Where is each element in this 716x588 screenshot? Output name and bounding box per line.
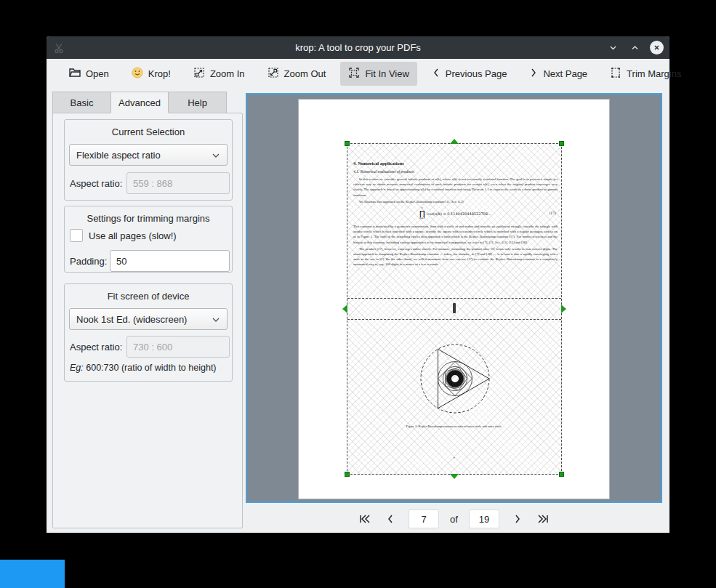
smiley-icon (132, 67, 143, 81)
next-page-nav-button chevron-right-icon[interactable] (510, 511, 525, 527)
page-navigation: of (246, 509, 662, 529)
zoom-in-icon (193, 67, 205, 81)
aspect-ratio-dropdown[interactable]: Flexible aspect ratio (69, 144, 228, 166)
trim-margins-button[interactable]: Trim Margins (602, 62, 689, 86)
current-page-input[interactable] (409, 510, 439, 528)
app-window: krop: A tool to crop your PDFs (47, 36, 669, 533)
device-aspect-label: Aspect ratio: (70, 342, 122, 353)
trim-settings-group: Settings for trimming margins Use all pa… (64, 206, 233, 273)
fit-device-group: Fit screen of device Nook 1st Ed. (wides… (64, 283, 233, 382)
fit-in-view-label: Fit In View (365, 68, 409, 79)
example-text: 600:730 (ratio of width to height) (84, 363, 217, 373)
group-title: Fit screen of device (65, 284, 232, 302)
aspect-ratio-field (126, 172, 230, 194)
next-page-label: Next Page (543, 68, 587, 79)
desktop: krop: A tool to crop your PDFs (0, 0, 716, 588)
folder-open-icon (69, 68, 81, 80)
zoom-out-icon (268, 67, 279, 81)
tab-advanced[interactable]: Advanced (110, 92, 169, 113)
tab-basic[interactable]: Basic (52, 92, 110, 113)
chevron-down-icon (212, 150, 220, 161)
maximize-button chevron-up-icon[interactable] (628, 41, 641, 55)
zoom-out-button[interactable]: Zoom Out (260, 62, 334, 86)
zoom-in-label: Zoom In (210, 68, 245, 79)
current-selection-group: Current Selection Flexible aspect ratio … (64, 119, 233, 201)
trim-margins-label: Trim Margins (627, 68, 681, 79)
padding-input[interactable] (110, 250, 230, 272)
window-title: krop: A tool to crop your PDFs (47, 42, 669, 53)
device-aspect-field (126, 336, 230, 358)
padding-label: Padding: (70, 256, 107, 267)
pdf-preview-area[interactable]: 4. Numerical applications 4.1. Numerical… (246, 93, 662, 503)
zoom-in-button[interactable]: Zoom In (185, 62, 253, 86)
selection-handle-top[interactable] (450, 139, 459, 144)
trim-margins-icon (610, 67, 622, 81)
last-page-button[interactable] (536, 511, 550, 527)
crop-selection[interactable] (347, 143, 562, 475)
tab-bar: Basic Advanced Help (52, 92, 227, 113)
minimize-button chevron-down-icon[interactable] (606, 41, 619, 55)
fit-in-view-icon (348, 67, 360, 81)
scissors-icon (53, 42, 65, 54)
previous-page-button[interactable]: Previous Page (424, 63, 515, 85)
krop-button[interactable]: Krop! (124, 62, 179, 86)
chevron-left-icon (432, 68, 441, 80)
of-label: of (450, 514, 458, 525)
selection-handle-top-right[interactable] (559, 141, 564, 146)
taskbar-fragment[interactable] (0, 560, 65, 588)
example-prefix: Eg: (70, 363, 84, 373)
selection-handle-bottom[interactable] (450, 474, 459, 479)
previous-page-nav-button chevron-left-icon[interactable] (383, 511, 398, 527)
selection-handle-right[interactable] (561, 305, 566, 313)
next-page-button[interactable]: Next Page (521, 63, 595, 85)
dropdown-value: Flexible aspect ratio (76, 150, 161, 161)
open-label: Open (86, 68, 109, 79)
tab-help[interactable]: Help (169, 92, 227, 113)
group-title: Settings for trimming margins (65, 206, 232, 224)
total-pages-field[interactable] (469, 510, 499, 528)
selection-handle-bottom-right[interactable] (559, 472, 564, 477)
use-all-pages-checkbox[interactable] (70, 229, 83, 242)
selection-handle-top-left[interactable] (345, 141, 350, 146)
krop-label: Krop! (148, 68, 171, 79)
dropdown-value: Nook 1st Ed. (widescreen) (76, 314, 187, 325)
chevron-down-icon (212, 314, 220, 325)
selection-handle-left[interactable] (342, 305, 347, 313)
close-button close-icon[interactable] (650, 41, 664, 55)
window-controls (606, 36, 664, 59)
chevron-right-icon (529, 68, 538, 80)
selection-split-line[interactable] (347, 298, 561, 299)
selection-split-line[interactable] (347, 319, 561, 320)
fit-in-view-button[interactable]: Fit In View (340, 62, 417, 86)
pdf-page: 4. Numerical applications 4.1. Numerical… (298, 99, 610, 499)
advanced-panel: Current Selection Flexible aspect ratio … (52, 113, 243, 528)
aspect-ratio-label: Aspect ratio: (70, 178, 122, 189)
example-note: Eg: 600:730 (ratio of width to height) (70, 363, 217, 373)
group-title: Current Selection (65, 120, 232, 137)
previous-page-label: Previous Page (446, 68, 507, 79)
selection-center-handle[interactable] (453, 303, 456, 313)
use-all-pages-label: Use all pages (slow!) (89, 230, 177, 241)
open-button[interactable]: Open (61, 63, 117, 85)
device-dropdown[interactable]: Nook 1st Ed. (widescreen) (69, 308, 228, 330)
zoom-out-label: Zoom Out (284, 68, 326, 79)
main-content: Basic Advanced Help Current Selection Fl… (47, 89, 669, 533)
first-page-button[interactable] (358, 511, 372, 527)
titlebar[interactable]: krop: A tool to crop your PDFs (47, 36, 669, 59)
selection-handle-bottom-left[interactable] (345, 472, 350, 477)
toolbar: Open Krop! Zoom In Zoom Out (47, 59, 669, 89)
